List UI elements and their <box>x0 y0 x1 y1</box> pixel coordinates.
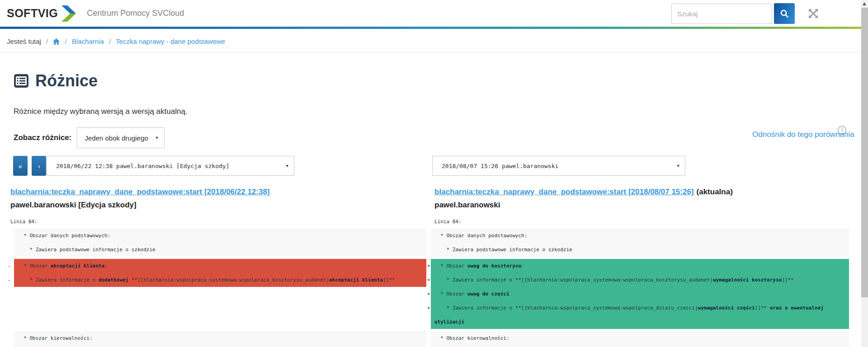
context-line: * Zawiera podstawowe informacje o szkodz… <box>14 243 426 257</box>
removed-line: * Zawiera informacje o dodatkowej **[[bl… <box>14 273 426 287</box>
added-line-sign: + <box>426 259 431 273</box>
chevron-down-icon: ▼ <box>155 136 159 140</box>
breadcrumb-prefix: Jesteś tutaj <box>7 38 41 45</box>
context-line: * Obszar danych podstawowych: <box>14 229 426 243</box>
header: SOFTVIG Centrum Pomocy SVCloud <box>0 0 861 27</box>
view-mode-row: Zobacz różnice: Jeden obok drugiego ▼ Od… <box>14 127 861 148</box>
added-line-sign: + <box>426 273 431 287</box>
right-revision-select[interactable]: 2018/08/07 15:26 pawel.baranowski ▼ <box>432 156 685 176</box>
context-line: * Zawiera dodatkowe informacje o prowizj… <box>14 345 426 347</box>
left-revision-link[interactable]: blacharnia:teczka_naprawy_dane_podstawow… <box>10 188 270 196</box>
added-line: * Obszar uwag do części <box>431 287 849 301</box>
right-line-label: Linia 84: <box>431 219 849 225</box>
diff-row: - * Zawiera informacje o dodatkowej **[[… <box>7 273 849 287</box>
right-column-header: blacharnia:teczka_naprawy_dane_podstawow… <box>431 188 849 210</box>
diff-description: Różnice między wybraną wersją a wersją a… <box>14 107 861 116</box>
context-line: * Zawiera dodatkowe informacje o prowizj… <box>431 345 849 347</box>
page-title: Różnice <box>14 71 861 90</box>
site-subtitle: Centrum Pomocy SVCloud <box>87 9 184 18</box>
diff-column-headers: blacharnia:teczka_naprawy_dane_podstawow… <box>7 188 861 210</box>
removed-line <box>14 287 426 301</box>
removed-line-sign: - <box>7 259 14 273</box>
search-icon <box>780 9 789 18</box>
logo[interactable]: SOFTVIG Centrum Pomocy SVCloud <box>7 5 184 23</box>
scrollbar[interactable] <box>861 0 868 347</box>
diff-context-block: * Obszar kierowalności: * Obszar kierowa… <box>7 331 849 347</box>
diff-context-block: * Obszar danych podstawowych: * Obszar d… <box>7 229 849 257</box>
diff-line-info: Linia 84: Linia 84: <box>7 219 861 225</box>
left-revision-author: pawel.baranowski [Edycja szkody] <box>10 201 426 210</box>
search-button[interactable] <box>774 3 795 24</box>
chevron-down-icon: ▼ <box>677 164 679 168</box>
left-line-label: Linia 84: <box>7 219 426 225</box>
added-line-sign <box>426 345 431 347</box>
removed-line-sign <box>7 331 14 345</box>
logo-chevron-icon <box>60 5 78 23</box>
fullscreen-icon[interactable] <box>808 9 818 19</box>
context-line: * Obszar danych podstawowych: <box>431 229 849 243</box>
removed-line-sign <box>7 287 14 301</box>
current-revision-badge: (aktualna) <box>697 188 733 196</box>
scrollbar-up-arrow-icon[interactable] <box>863 2 866 5</box>
removed-line-sign: - <box>7 273 14 287</box>
view-mode-label: Zobacz różnice: <box>14 133 71 142</box>
logo-text: SOFTVIG <box>7 7 58 20</box>
scrollbar-thumb[interactable] <box>861 8 868 297</box>
removed-line <box>14 301 426 329</box>
main-content: Różnice Różnice między wybraną wersją a … <box>0 71 861 347</box>
diff-row: + * Obszar uwag do części <box>7 287 849 301</box>
page: SOFTVIG Centrum Pomocy SVCloud <box>0 0 868 347</box>
diff-row: * Zawiera podstawowe informacje o szkodz… <box>7 243 849 257</box>
added-line-sign <box>426 331 431 345</box>
go-previous-button[interactable]: ‹ <box>32 156 46 176</box>
view-mode-select[interactable]: Jeden obok drugiego ▼ <box>77 127 165 148</box>
added-line-sign: + <box>426 301 431 329</box>
breadcrumb: Jesteś tutaj / / Blacharnia / Teczka nap… <box>0 29 861 52</box>
context-line: * Obszar kierowalności: <box>431 331 849 345</box>
diff-row: + * Zawiera informacje o **[[blacharnia:… <box>7 301 849 329</box>
diff-row: * Obszar danych podstawowych: * Obszar d… <box>7 229 849 243</box>
removed-line: * Obszar akceptacji klienta: <box>14 259 426 273</box>
added-line: * Zawiera informacje o **[[blacharnia:ws… <box>431 273 849 287</box>
removed-line-sign <box>7 243 14 257</box>
compare-permalink[interactable]: Odnośnik do tego porównania <box>752 130 854 139</box>
added-line: * Zawiera informacje o **[[blacharnia:ws… <box>431 301 849 329</box>
context-line: * Zawiera podstawowe informacje o szkodz… <box>431 243 849 257</box>
left-revision-select[interactable]: 2018/06/22 12:38 pawel.baranowski [Edycj… <box>47 156 294 176</box>
added-line-sign <box>426 243 431 257</box>
chevron-down-icon: ▼ <box>286 164 288 168</box>
diff-row: - * Obszar akceptacji klienta:+ * Obszar… <box>7 259 849 273</box>
added-line-sign <box>426 229 431 243</box>
removed-line-sign <box>7 345 14 347</box>
list-alt-icon <box>14 74 29 88</box>
context-line: * Obszar kierowalności: <box>14 331 426 345</box>
go-first-button[interactable]: « <box>13 156 28 176</box>
home-icon[interactable] <box>53 38 60 45</box>
added-line-sign: + <box>426 287 431 301</box>
diff-table: * Obszar danych podstawowych: * Obszar d… <box>7 229 849 347</box>
added-line: * Obszar uwag do kosztorysu: <box>431 259 849 273</box>
diff-changed-block: - * Obszar akceptacji klienta:+ * Obszar… <box>7 259 849 329</box>
search-input[interactable] <box>671 4 772 24</box>
diff-row: * Obszar kierowalności: * Obszar kierowa… <box>7 331 849 345</box>
diff-row: * Zawiera dodatkowe informacje o prowizj… <box>7 345 849 347</box>
right-revision-author: pawel.baranowski <box>434 201 849 210</box>
removed-line-sign <box>7 229 14 243</box>
breadcrumb-link-blacharnia[interactable]: Blacharnia <box>72 38 104 45</box>
revision-selector-row: « ‹ 2018/06/22 12:38 pawel.baranowski [E… <box>13 156 861 176</box>
removed-line-sign <box>7 301 14 329</box>
breadcrumb-link-teczka[interactable]: Teczka naprawy - dane podstawowe <box>116 38 225 45</box>
right-revision-link[interactable]: blacharnia:teczka_naprawy_dane_podstawow… <box>434 188 694 196</box>
left-column-header: blacharnia:teczka_naprawy_dane_podstawow… <box>7 188 426 210</box>
